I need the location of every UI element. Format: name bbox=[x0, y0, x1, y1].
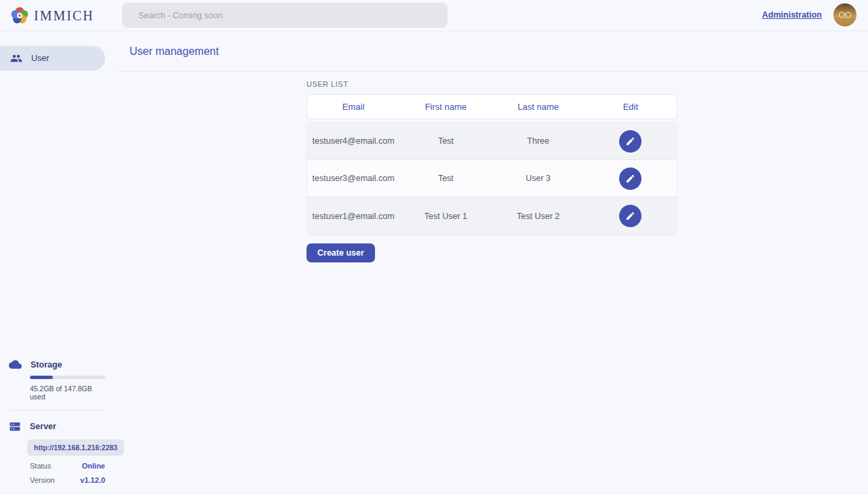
administration-link[interactable]: Administration bbox=[762, 10, 822, 20]
sidebar-divider bbox=[9, 410, 105, 411]
sidebar: User Storage 45.2GB of 147.8GB used bbox=[0, 31, 116, 495]
cell-email: testuser3@email.com bbox=[307, 174, 399, 183]
table-row: testuser1@email.com Test User 1 Test Use… bbox=[307, 197, 677, 235]
cell-last-name: Test User 2 bbox=[492, 212, 585, 221]
page-title-bar: User management bbox=[116, 31, 868, 72]
sidebar-status-panel: Storage 45.2GB of 147.8GB used Server ht… bbox=[9, 358, 105, 484]
storage-progress-fill bbox=[30, 376, 53, 379]
column-header-last-name: Last name bbox=[492, 102, 585, 112]
sidebar-item-label: User bbox=[31, 54, 49, 63]
edit-user-button[interactable] bbox=[619, 130, 642, 153]
cell-email: testuser4@email.com bbox=[307, 136, 399, 146]
status-value: Online bbox=[82, 462, 105, 470]
version-value: v1.12.0 bbox=[80, 476, 105, 484]
storage-title: Storage bbox=[31, 360, 62, 370]
server-version-row: Version v1.12.0 bbox=[30, 476, 105, 484]
user-list-label: USER LIST bbox=[307, 80, 677, 88]
edit-user-button[interactable] bbox=[619, 167, 642, 190]
storage-usage-text: 45.2GB of 147.8GB used bbox=[30, 384, 105, 401]
pencil-icon bbox=[625, 136, 635, 146]
cell-first-name: Test User 1 bbox=[399, 212, 492, 221]
sidebar-item-user[interactable]: User bbox=[0, 46, 105, 71]
table-row: testuser3@email.com Test User 3 bbox=[307, 160, 677, 197]
table-header-row: Email First name Last name Edit bbox=[307, 94, 677, 119]
app-header: IMMICH Administration bbox=[0, 0, 868, 31]
server-status-row: Status Online bbox=[30, 462, 105, 470]
create-user-button[interactable]: Create user bbox=[307, 243, 375, 262]
immich-logo[interactable]: IMMICH bbox=[11, 5, 94, 26]
pencil-icon bbox=[625, 174, 635, 184]
user-table: testuser4@email.com Test Three testuser3… bbox=[307, 122, 677, 235]
glasses-icon bbox=[836, 6, 854, 24]
server-url-chip: http://192.168.1.216:2283 bbox=[27, 439, 124, 456]
immich-flower-icon bbox=[11, 7, 28, 24]
search-input[interactable] bbox=[122, 3, 448, 28]
version-label: Version bbox=[30, 476, 55, 484]
cell-first-name: Test bbox=[399, 136, 492, 146]
cell-last-name: User 3 bbox=[492, 174, 585, 183]
server-section-header: Server bbox=[9, 420, 105, 433]
user-avatar[interactable] bbox=[833, 3, 856, 26]
server-title: Server bbox=[30, 422, 56, 431]
main-content: User management USER LIST Email First na… bbox=[116, 31, 868, 495]
storage-progress-bar bbox=[30, 376, 105, 379]
edit-user-button[interactable] bbox=[619, 205, 642, 227]
app-name: IMMICH bbox=[34, 8, 94, 24]
user-group-icon bbox=[10, 52, 22, 64]
table-row: testuser4@email.com Test Three bbox=[307, 123, 677, 160]
cell-email: testuser1@email.com bbox=[307, 212, 399, 221]
pencil-icon bbox=[625, 211, 635, 221]
column-header-email: Email bbox=[307, 102, 399, 112]
column-header-first-name: First name bbox=[399, 102, 492, 112]
cloud-icon bbox=[9, 358, 22, 371]
server-icon bbox=[9, 420, 21, 433]
cell-last-name: Three bbox=[492, 136, 585, 146]
column-header-edit: Edit bbox=[585, 102, 677, 112]
page-title: User management bbox=[130, 45, 219, 58]
storage-section-header: Storage bbox=[9, 358, 105, 371]
status-label: Status bbox=[30, 462, 51, 470]
cell-first-name: Test bbox=[399, 174, 492, 183]
